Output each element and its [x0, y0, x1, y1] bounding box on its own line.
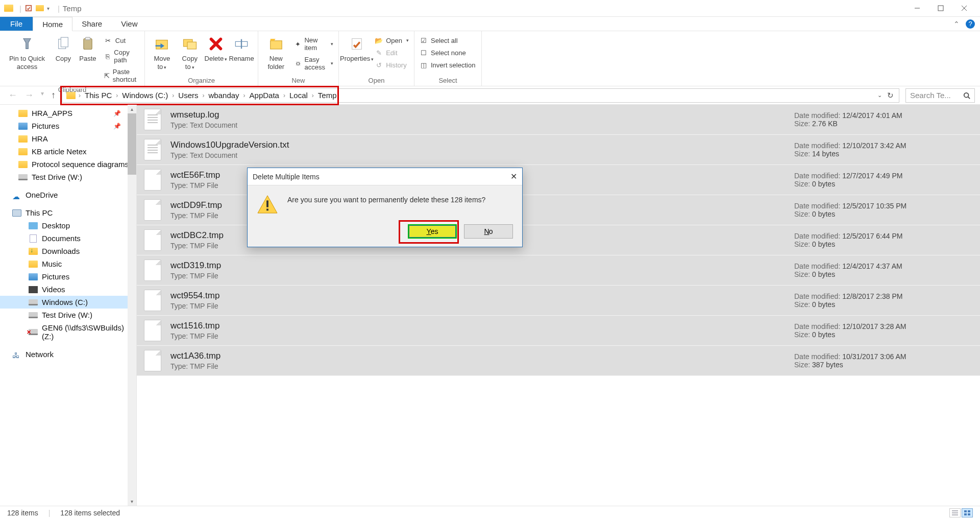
tree-item[interactable]: Pictures📌: [0, 120, 136, 132]
help-icon[interactable]: ?: [966, 19, 975, 29]
close-button[interactable]: [952, 0, 976, 16]
select-none-icon: ☐: [420, 49, 428, 57]
qat-dropdown-icon[interactable]: ▾: [47, 6, 50, 11]
file-size: Size: 0 bytes: [794, 210, 973, 218]
details-view-button[interactable]: [949, 508, 961, 517]
scroll-thumb[interactable]: [128, 113, 136, 175]
videos-icon: [29, 286, 38, 294]
file-type: Type: Text Document: [170, 121, 785, 129]
qat-folder-icon[interactable]: [36, 5, 44, 11]
ribbon-collapse-icon[interactable]: ⌃: [953, 20, 960, 28]
nav-forward-button[interactable]: →: [24, 90, 34, 101]
breadcrumb-segment[interactable]: Local: [286, 91, 311, 100]
rename-button[interactable]: Rename: [228, 35, 255, 63]
qat-properties-icon[interactable]: [24, 4, 33, 12]
breadcrumb-segment[interactable]: Temp: [315, 91, 340, 100]
tree-item[interactable]: GEN6 (\\dfs3\SWBuilds) (Z:): [0, 321, 136, 343]
tree-item[interactable]: Desktop: [0, 219, 136, 232]
nav-back-button[interactable]: ←: [8, 90, 17, 101]
maximize-button[interactable]: [929, 0, 952, 16]
tree-item[interactable]: 🖧Network: [0, 348, 136, 361]
tree-item[interactable]: Music: [0, 257, 136, 270]
cut-button[interactable]: ✂Cut: [102, 35, 141, 45]
tree-item[interactable]: Pictures: [0, 270, 136, 283]
file-row[interactable]: wct1A36.tmp Type: TMP File Date modified…: [137, 346, 980, 376]
history-icon: ↺: [375, 61, 383, 69]
svg-point-16: [964, 92, 969, 97]
tree-item-label: Downloads: [42, 247, 80, 255]
tree-item[interactable]: Documents: [0, 232, 136, 245]
tree-item[interactable]: Test Drive (W:): [0, 171, 136, 183]
move-to-button[interactable]: Move to▾: [148, 35, 176, 70]
copy-to-button[interactable]: Copy to▾: [176, 35, 204, 70]
refresh-button[interactable]: ↻: [887, 91, 894, 100]
tree-scrollbar[interactable]: ▴ ▾: [128, 105, 136, 506]
copy-path-button[interactable]: ⎘Copy path: [102, 48, 141, 65]
tree-item[interactable]: ☁OneDrive: [0, 188, 136, 201]
file-row[interactable]: wctD319.tmp Type: TMP File Date modified…: [137, 255, 980, 286]
home-tab[interactable]: Home: [33, 17, 72, 31]
select-all-button[interactable]: ☑Select all: [418, 35, 477, 45]
view-tab[interactable]: View: [112, 17, 147, 31]
copy-path-icon: ⎘: [104, 52, 111, 60]
tree-item[interactable]: HRA: [0, 132, 136, 145]
file-tab[interactable]: File: [0, 17, 33, 31]
large-icons-view-button[interactable]: [962, 508, 973, 517]
address-bar[interactable]: › This PC›Windows (C:)›Users›wbanday›App…: [62, 88, 899, 103]
item-count: 128 items: [7, 509, 38, 517]
address-dropdown-icon[interactable]: ⌄: [877, 92, 882, 99]
tree-item[interactable]: This PC: [0, 206, 136, 219]
chevron-right-icon[interactable]: ›: [311, 92, 315, 99]
new-item-button[interactable]: ✦New item▾: [293, 35, 335, 53]
pin-to-quick-access-button[interactable]: Pin to Quick access: [3, 35, 51, 70]
invert-selection-button[interactable]: ◫Invert selection: [418, 60, 477, 70]
dialog-close-button[interactable]: ✕: [510, 172, 517, 181]
chevron-right-icon[interactable]: ›: [78, 92, 82, 99]
easy-access-button[interactable]: ⛭Easy access▾: [293, 55, 335, 72]
search-input[interactable]: Search Te...: [905, 88, 975, 103]
properties-button[interactable]: Properties▾: [342, 35, 372, 63]
open-button[interactable]: 📂Open▾: [373, 35, 411, 45]
tree-item[interactable]: Protocol sequence diagrams: [0, 158, 136, 171]
share-tab[interactable]: Share: [72, 17, 112, 31]
tree-item[interactable]: ↓Downloads: [0, 245, 136, 257]
new-folder-button[interactable]: New folder: [261, 35, 291, 70]
nav-up-button[interactable]: ↑: [51, 90, 56, 101]
shortcut-icon: ⇱: [104, 72, 110, 80]
copy-button[interactable]: Copy: [51, 35, 76, 63]
scroll-up-icon[interactable]: ▴: [128, 105, 136, 113]
desktop-icon: [29, 222, 38, 230]
delete-button[interactable]: Delete▾: [204, 35, 229, 63]
paste-button[interactable]: Paste: [76, 35, 100, 63]
nav-recent-dropdown[interactable]: ▾: [41, 90, 44, 101]
tree-item-label: HRA_APPS: [32, 109, 72, 117]
tree-item[interactable]: Test Drive (W:): [0, 309, 136, 321]
paste-shortcut-button[interactable]: ⇱Paste shortcut: [102, 67, 141, 84]
tree-item[interactable]: Windows (C:): [0, 296, 136, 309]
tree-item[interactable]: Videos: [0, 283, 136, 296]
breadcrumb-segment[interactable]: Users: [175, 91, 201, 100]
chevron-right-icon[interactable]: ›: [202, 92, 206, 99]
select-all-icon: ☑: [420, 36, 428, 44]
breadcrumb-segment[interactable]: AppData: [247, 91, 282, 100]
minimize-button[interactable]: [905, 0, 929, 16]
breadcrumb-segment[interactable]: wbanday: [206, 91, 242, 100]
tree-item[interactable]: KB article Netex: [0, 145, 136, 158]
chevron-right-icon[interactable]: ›: [171, 92, 175, 99]
breadcrumb-segment[interactable]: This PC: [82, 91, 115, 100]
breadcrumb-segment[interactable]: Windows (C:): [119, 91, 171, 100]
tree-item-label: Pictures: [32, 122, 59, 130]
no-button[interactable]: No: [464, 224, 513, 239]
group-label-open: Open: [342, 75, 411, 86]
chevron-right-icon[interactable]: ›: [282, 92, 286, 99]
scroll-down-icon[interactable]: ▾: [128, 497, 136, 506]
folder-icon: [18, 109, 28, 117]
file-row[interactable]: wct1516.tmp Type: TMP File Date modified…: [137, 316, 980, 346]
chevron-right-icon[interactable]: ›: [242, 92, 247, 99]
file-row[interactable]: wmsetup.log Type: Text Document Date mod…: [137, 105, 980, 135]
tree-item[interactable]: HRA_APPS📌: [0, 107, 136, 120]
chevron-right-icon[interactable]: ›: [115, 92, 119, 99]
file-row[interactable]: Windows10UpgradeVersion.txt Type: Text D…: [137, 135, 980, 165]
select-none-button[interactable]: ☐Select none: [418, 48, 477, 58]
file-row[interactable]: wct9554.tmp Type: TMP File Date modified…: [137, 286, 980, 316]
